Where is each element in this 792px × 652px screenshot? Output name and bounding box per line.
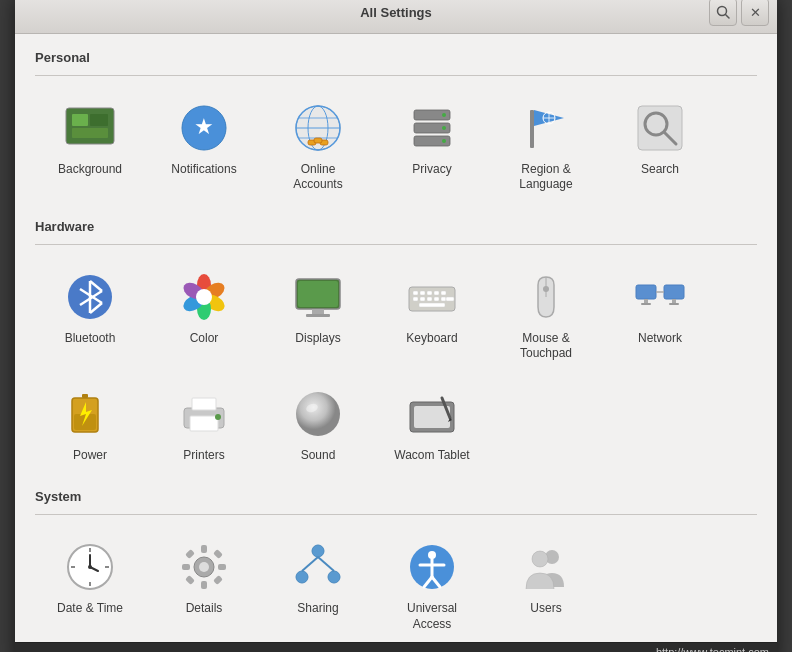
privacy-item[interactable]: Privacy: [377, 90, 487, 203]
svg-rect-70: [672, 299, 676, 303]
power-label: Power: [73, 448, 107, 464]
wacom-tablet-item[interactable]: Wacom Tablet: [377, 376, 487, 474]
svg-rect-104: [213, 550, 223, 560]
svg-point-81: [215, 414, 221, 420]
displays-icon: [290, 269, 346, 325]
wacom-tablet-label: Wacom Tablet: [394, 448, 469, 464]
svg-rect-54: [427, 291, 432, 295]
svg-rect-76: [74, 414, 96, 430]
online-accounts-icon: [290, 100, 346, 156]
svg-rect-58: [420, 297, 425, 301]
color-icon: [176, 269, 232, 325]
notifications-label: Notifications: [171, 162, 236, 178]
personal-items-grid: Background ★ Notifications: [35, 90, 757, 203]
svg-rect-5: [72, 128, 108, 138]
svg-rect-103: [185, 576, 195, 586]
svg-rect-79: [190, 416, 218, 431]
close-button[interactable]: ✕: [741, 0, 769, 26]
search-item[interactable]: Search: [605, 90, 715, 203]
mouse-touchpad-label: Mouse &Touchpad: [520, 331, 572, 362]
network-item[interactable]: Network: [605, 259, 715, 372]
keyboard-label: Keyboard: [406, 331, 457, 347]
bluetooth-icon: [62, 269, 118, 325]
svg-rect-67: [644, 299, 648, 303]
system-section: System: [35, 489, 757, 641]
svg-rect-48: [298, 281, 338, 307]
svg-rect-59: [427, 297, 432, 301]
svg-point-24: [442, 139, 446, 143]
svg-rect-80: [192, 398, 216, 410]
settings-window: All Settings ✕ Personal: [15, 0, 777, 652]
svg-rect-101: [218, 564, 226, 570]
status-url: http://www.tecmint.com: [656, 646, 769, 653]
search-button[interactable]: [709, 0, 737, 26]
details-item[interactable]: Details: [149, 529, 259, 641]
sound-icon: [290, 386, 346, 442]
svg-point-107: [296, 571, 308, 583]
svg-point-95: [88, 565, 92, 569]
svg-rect-71: [669, 303, 679, 305]
search-label: Search: [641, 162, 679, 178]
system-section-title: System: [35, 489, 757, 504]
region-language-label: Region &Language: [519, 162, 572, 193]
svg-line-109: [302, 557, 318, 571]
svg-rect-18: [314, 138, 322, 143]
universal-access-label: UniversalAccess: [407, 601, 457, 632]
network-icon: [632, 269, 688, 325]
region-language-icon: [518, 100, 574, 156]
system-divider: [35, 514, 757, 515]
svg-rect-60: [434, 297, 439, 301]
svg-rect-53: [420, 291, 425, 295]
date-time-icon: [62, 539, 118, 595]
background-icon: [62, 100, 118, 156]
svg-rect-55: [434, 291, 439, 295]
svg-rect-75: [82, 394, 88, 398]
users-item[interactable]: Users: [491, 529, 601, 641]
personal-section-title: Personal: [35, 50, 757, 65]
mouse-touchpad-icon: [518, 269, 574, 325]
universal-access-icon: [404, 539, 460, 595]
svg-line-1: [726, 15, 730, 19]
personal-divider: [35, 75, 757, 76]
svg-point-65: [543, 286, 549, 292]
svg-rect-98: [201, 545, 207, 553]
svg-text:★: ★: [194, 114, 214, 139]
bluetooth-item[interactable]: Bluetooth: [35, 259, 145, 372]
svg-point-46: [196, 289, 212, 305]
displays-item[interactable]: Displays: [263, 259, 373, 372]
svg-point-22: [442, 113, 446, 117]
svg-rect-69: [664, 285, 684, 299]
background-item[interactable]: Background: [35, 90, 145, 203]
svg-point-108: [328, 571, 340, 583]
svg-point-23: [442, 126, 446, 130]
svg-rect-99: [201, 581, 207, 589]
svg-rect-66: [636, 285, 656, 299]
region-language-item[interactable]: Region &Language: [491, 90, 601, 203]
svg-point-118: [532, 551, 548, 567]
online-accounts-item[interactable]: OnlineAccounts: [263, 90, 373, 203]
keyboard-item[interactable]: Keyboard: [377, 259, 487, 372]
svg-line-110: [318, 557, 334, 571]
svg-rect-68: [641, 303, 651, 305]
svg-point-97: [199, 562, 209, 572]
personal-section: Personal Background: [35, 50, 757, 203]
details-icon: [176, 539, 232, 595]
users-label: Users: [530, 601, 561, 617]
notifications-item[interactable]: ★ Notifications: [149, 90, 259, 203]
power-icon: [62, 386, 118, 442]
wacom-tablet-icon: [404, 386, 460, 442]
sound-label: Sound: [301, 448, 336, 464]
power-item[interactable]: Power: [35, 376, 145, 474]
mouse-touchpad-item[interactable]: Mouse &Touchpad: [491, 259, 601, 372]
date-time-item[interactable]: Date & Time: [35, 529, 145, 641]
svg-rect-57: [413, 297, 418, 301]
universal-access-item[interactable]: UniversalAccess: [377, 529, 487, 641]
privacy-icon: [404, 100, 460, 156]
search-icon: [632, 100, 688, 156]
sound-item[interactable]: Sound: [263, 376, 373, 474]
users-icon: [518, 539, 574, 595]
sharing-item[interactable]: Sharing: [263, 529, 373, 641]
color-item[interactable]: Color: [149, 259, 259, 372]
printers-item[interactable]: Printers: [149, 376, 259, 474]
date-time-label: Date & Time: [57, 601, 123, 617]
